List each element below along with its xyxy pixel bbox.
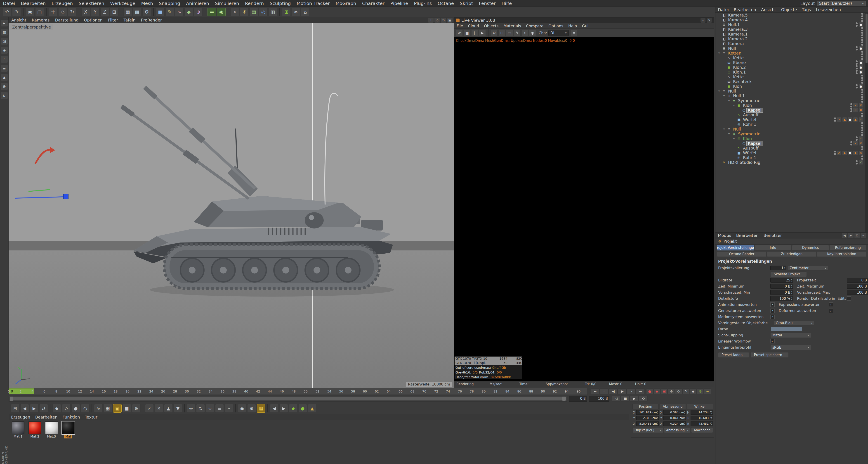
spinner[interactable] [784, 266, 785, 270]
visibility-dots[interactable] [861, 37, 863, 41]
vorschauzeit-max-field[interactable]: 100 B [847, 290, 868, 295]
timeline-ruler[interactable]: 0 02468101214161820222426283032343638404… [8, 388, 588, 395]
material-mat-1[interactable]: Mat.1 [11, 422, 25, 438]
visibility-dots[interactable] [861, 41, 863, 46]
material-menu-textur[interactable]: Textur [83, 414, 100, 420]
linearer-workflow-checkbox[interactable]: ✓ [770, 339, 775, 343]
ball-tag-icon[interactable]: ● [859, 84, 863, 88]
unit-select[interactable]: Zentimeter▾ [787, 266, 828, 270]
zeit-maximum-field[interactable]: 100 B [847, 284, 868, 289]
tank-3d-model[interactable]: y [8, 17, 454, 388]
preset-laden-button[interactable]: Preset laden... [718, 352, 749, 358]
undo-icon[interactable]: ↶ [3, 8, 11, 16]
spinner[interactable] [711, 411, 712, 414]
viewport-menu-tafeln[interactable]: Tafeln [121, 17, 138, 23]
object-row-klon[interactable]: ⊞Klon● [715, 84, 865, 89]
object-row-null[interactable]: ▾⊕Null [715, 89, 865, 93]
object-manager-menu-bearbeiten[interactable]: Bearbeiten [731, 7, 758, 13]
menu-bearbeiten[interactable]: Bearbeiten [18, 0, 49, 7]
visibility-dots[interactable] [856, 65, 858, 69]
tri-tag-icon[interactable]: ▲ [842, 151, 847, 155]
play-backwards-icon[interactable]: ◁ [612, 396, 620, 402]
floor-object-icon[interactable]: ▬ [208, 8, 216, 16]
object-row-null-1[interactable]: ⊕Null.1● [715, 22, 865, 27]
render-detailstufe-checkbox[interactable] [847, 296, 851, 301]
key-icon[interactable]: ◆ [53, 404, 61, 413]
visibility-dots[interactable] [861, 75, 863, 79]
visibility-dots[interactable] [861, 51, 863, 55]
texture-mode-icon[interactable]: ▨ [1, 37, 8, 45]
object-row-klon-2[interactable]: ⊞Klon.2● [715, 65, 865, 70]
cross-tag-icon[interactable]: ✕ [859, 137, 863, 141]
expand-arrow-icon[interactable]: ▾ [727, 132, 731, 136]
zoom-view-icon[interactable]: ◇ [434, 18, 440, 23]
cross-tag-icon[interactable]: ✕ [859, 108, 863, 112]
expand-arrow-icon[interactable]: ▾ [722, 94, 726, 97]
object-row-auspuff[interactable]: ∿Auspuff [715, 146, 865, 150]
spinner[interactable] [684, 422, 685, 426]
tri-tag-icon[interactable]: ▲ [853, 151, 858, 155]
octane-titlebar[interactable]: Live Viewer 3.08 ▾✕ [454, 18, 714, 23]
position-z-field[interactable]: 518.488 cm [636, 422, 659, 426]
render-settings-icon[interactable]: ⚙ [491, 30, 498, 36]
rect-selection-icon[interactable]: ▢ [35, 8, 44, 16]
object-row-auspuff[interactable]: ∿Auspuff [715, 112, 865, 117]
target-icon[interactable]: ⌖ [225, 404, 233, 413]
toggle-views-icon[interactable]: ▣ [447, 18, 453, 23]
record-dot-icon[interactable]: ● [71, 404, 80, 413]
visibility-dots[interactable] [861, 27, 863, 31]
panel-menu-icon[interactable]: ≡ [861, 233, 866, 238]
region-render-icon[interactable]: ▭ [506, 30, 513, 36]
next-frame-icon[interactable]: ▶ [30, 404, 38, 413]
object-row-kamera-4[interactable]: ◧Kamera.4 [715, 18, 865, 22]
play-render-icon[interactable]: ▶ [479, 30, 486, 36]
visibility-dots[interactable] [856, 46, 858, 51]
visibility-dots[interactable] [861, 146, 863, 150]
focus-picker-icon[interactable]: ⌖ [522, 30, 528, 36]
autokey-icon[interactable]: ▣ [661, 388, 668, 394]
ball-tag-icon[interactable]: ● [859, 65, 863, 69]
menu-mesh[interactable]: Mesh [138, 0, 156, 7]
octane-menu-compare[interactable]: Compare [524, 23, 546, 29]
snap-icon[interactable]: ∪ [1, 92, 8, 99]
menu-rendern[interactable]: Rendern [242, 0, 267, 7]
object-row-rohr-1[interactable]: ◎Rohr 1 [715, 155, 865, 160]
objektfarbe-select[interactable]: Grau-Blau▾ [774, 321, 814, 325]
redo-icon[interactable]: ↷ [12, 8, 21, 16]
close-icon[interactable]: ✕ [707, 18, 712, 23]
object-row-kamera-1[interactable]: ◧Kamera.1 [715, 32, 865, 36]
history-forward-icon[interactable]: ▶ [848, 233, 854, 238]
object-tree-scrollbar[interactable] [865, 13, 868, 232]
menu-plug-ins[interactable]: Plug-ins [411, 0, 435, 7]
add-deformer-icon[interactable]: ⊕ [194, 8, 203, 16]
gear-icon[interactable]: ⚙ [247, 404, 256, 413]
winkel-p-field[interactable]: 16.603 ° [690, 416, 713, 420]
menu-selektieren[interactable]: Selektieren [76, 0, 107, 7]
stop-icon[interactable]: ■ [621, 396, 629, 402]
object-row-kamera-3[interactable]: ◧Kamera.3 [715, 27, 865, 32]
visibility-dots[interactable] [861, 132, 863, 136]
render-view-icon[interactable]: ▦ [123, 8, 132, 16]
skaliere-projekt-button[interactable]: Skaliere Projekt... [770, 271, 807, 277]
ball-tag-icon[interactable]: ● [859, 70, 863, 74]
octane-menu-help[interactable]: Help [566, 23, 580, 29]
cross-tag-icon[interactable]: ✕ [859, 117, 863, 122]
visibility-dots[interactable] [861, 13, 863, 17]
attribute-menu-modus[interactable]: Modus [715, 233, 734, 238]
viewport-menu-optionen[interactable]: Optionen [81, 17, 105, 23]
record-position-icon[interactable]: ✛ [668, 388, 675, 394]
ball-tag-icon[interactable]: ● [859, 46, 863, 51]
slider-handle-left[interactable] [10, 397, 13, 401]
live-selection-icon[interactable]: ◉ [26, 8, 34, 16]
menu-hilfe[interactable]: Hilfe [499, 0, 515, 7]
preset-speichern-button[interactable]: Preset speichern... [750, 352, 789, 358]
animation-auswerten-checkbox[interactable]: ✓ [770, 302, 775, 307]
v-arrows-icon[interactable]: ⇅ [196, 404, 205, 413]
channel-select[interactable]: DL [548, 30, 569, 36]
frame-start-field[interactable]: 0 B [569, 396, 587, 402]
stage-object-icon[interactable]: ▥ [269, 8, 277, 16]
cross-tag-icon[interactable]: ✕ [853, 108, 858, 112]
camera-icon[interactable]: ◉ [529, 30, 536, 36]
menu-werkzeuge[interactable]: Werkzeuge [107, 0, 138, 7]
rotate-gizmo-arrow[interactable] [35, 147, 55, 164]
